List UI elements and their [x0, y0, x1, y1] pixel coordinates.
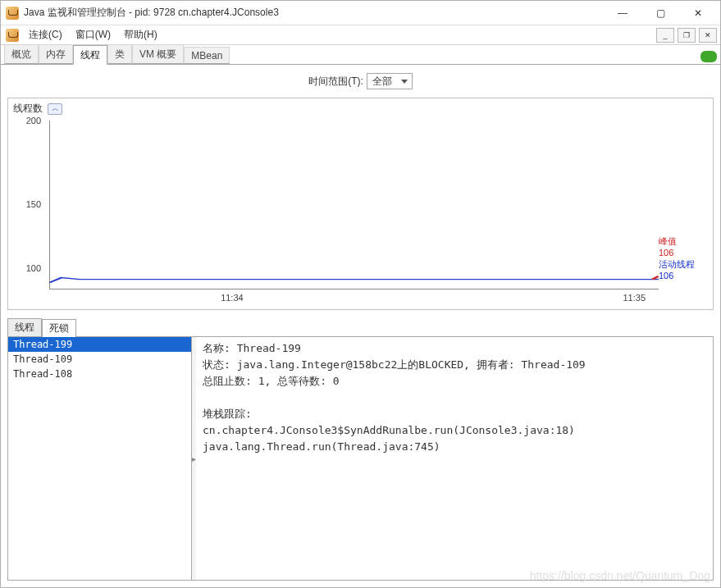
- content-area: 时间范围(T): 全部 线程数 ︿ 100 150 200: [1, 65, 720, 587]
- title-bar: Java 监视和管理控制台 - pid: 9728 cn.chapter4.JC…: [1, 1, 720, 25]
- mdi-controls: _ ❐ ✕: [653, 28, 717, 43]
- thread-list-item[interactable]: Thread-108: [8, 367, 191, 381]
- legend-live-label: 活动线程: [659, 258, 708, 270]
- thread-detail-panel: 线程 死锁 Thread-199 Thread-109 Thread-108 名…: [7, 318, 714, 581]
- plot-wrap: 100 150 200 11:34 11:35: [13, 117, 708, 304]
- x-tick: 11:35: [623, 293, 646, 303]
- y-axis: 100 150 200: [13, 117, 46, 291]
- tab-classes[interactable]: 类: [107, 44, 132, 64]
- bottom-tab-strip: 线程 死锁: [7, 318, 714, 337]
- main-tab-strip: 概览 内存 线程 类 VM 概要 MBean: [1, 45, 720, 65]
- thread-list-item[interactable]: Thread-109: [8, 352, 191, 367]
- chart-collapse-button[interactable]: ︿: [48, 103, 62, 115]
- bottom-content: Thread-199 Thread-109 Thread-108 名称: Thr…: [7, 337, 714, 581]
- chart-legend: 峰值 106 活动线程 106: [659, 117, 708, 304]
- y-tick: 100: [13, 263, 46, 273]
- thread-chart-card: 线程数 ︿ 100 150 200: [7, 98, 714, 310]
- time-range-label: 时间范围(T):: [308, 75, 363, 89]
- time-range-select[interactable]: 全部: [367, 73, 413, 89]
- menu-window[interactable]: 窗口(W): [71, 26, 116, 43]
- minimize-button[interactable]: —: [604, 2, 641, 25]
- window-controls: — ▢ ✕: [604, 2, 717, 25]
- tab-overview[interactable]: 概览: [4, 44, 39, 64]
- chart-title: 线程数: [13, 102, 43, 116]
- tab-threads[interactable]: 线程: [73, 45, 107, 65]
- tab-mbean[interactable]: MBean: [184, 47, 230, 64]
- tab-deadlock[interactable]: 死锁: [42, 319, 76, 337]
- menu-bar: 连接(C) 窗口(W) 帮助(H) _ ❐ ✕: [1, 25, 720, 45]
- legend-peak-value: 106: [659, 247, 708, 258]
- thread-line: [49, 121, 659, 289]
- app-window: Java 监视和管理控制台 - pid: 9728 cn.chapter4.JC…: [0, 0, 721, 588]
- time-range-value: 全部: [372, 75, 392, 89]
- mdi-close-button[interactable]: ✕: [699, 28, 717, 43]
- thread-list[interactable]: Thread-199 Thread-109 Thread-108: [8, 337, 192, 580]
- menu-connect[interactable]: 连接(C): [24, 26, 67, 43]
- mdi-minimize-button[interactable]: _: [656, 28, 674, 43]
- thread-list-item[interactable]: Thread-199: [8, 337, 191, 352]
- thread-detail-text: 名称: Thread-199 状态: java.lang.Integer@158…: [196, 337, 713, 580]
- java-icon: [6, 29, 19, 42]
- time-range-row: 时间范围(T): 全部: [1, 65, 720, 94]
- connection-indicator-icon: [700, 51, 717, 62]
- java-icon: [6, 7, 19, 20]
- close-button[interactable]: ✕: [679, 2, 717, 25]
- tab-thread-list[interactable]: 线程: [7, 318, 42, 336]
- menu-help[interactable]: 帮助(H): [119, 26, 162, 43]
- chart-header: 线程数 ︿: [13, 102, 708, 116]
- thread-chart: 100 150 200 11:34 11:35: [13, 117, 659, 304]
- window-title: Java 监视和管理控制台 - pid: 9728 cn.chapter4.JC…: [24, 6, 604, 20]
- y-tick: 150: [13, 199, 46, 209]
- maximize-button[interactable]: ▢: [641, 2, 679, 25]
- mdi-restore-button[interactable]: ❐: [678, 28, 696, 43]
- tab-memory[interactable]: 内存: [39, 44, 73, 64]
- x-axis: 11:34 11:35: [49, 293, 659, 304]
- legend-peak-label: 峰值: [659, 235, 708, 247]
- x-tick: 11:34: [221, 293, 244, 303]
- plot-area: [49, 121, 659, 289]
- y-tick: 200: [13, 116, 46, 125]
- tab-vm-summary[interactable]: VM 概要: [132, 44, 184, 64]
- legend-live-value: 106: [659, 270, 708, 281]
